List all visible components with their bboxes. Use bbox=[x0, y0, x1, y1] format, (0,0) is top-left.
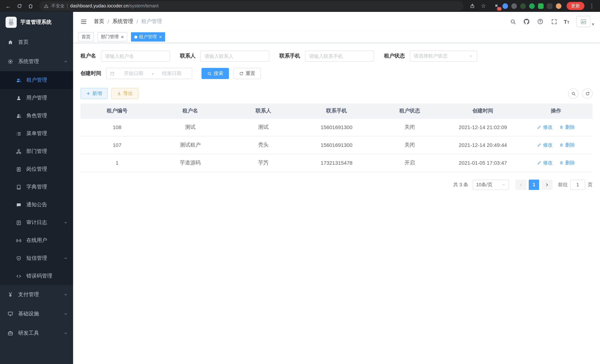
extension-icon-puzzle-dark[interactable] bbox=[547, 3, 553, 9]
breadcrumb-system[interactable]: 系统管理 bbox=[112, 18, 133, 25]
contact-input[interactable] bbox=[200, 50, 269, 62]
screen: ← 不安全 dashboard.yudao.iocoder.cn/system/… bbox=[0, 0, 600, 364]
breadcrumb-home[interactable]: 首页 bbox=[94, 18, 104, 25]
sidebar-item-auditlog[interactable]: 审计日志 bbox=[0, 214, 73, 232]
edit-button[interactable]: 修改 bbox=[537, 142, 553, 149]
extensions-area: 10 bbox=[489, 3, 564, 9]
tenant-name-input[interactable] bbox=[101, 50, 170, 62]
tag-tenant[interactable]: 租户管理 × bbox=[131, 32, 165, 42]
search-icon[interactable] bbox=[509, 18, 517, 26]
extension-icon-blue[interactable] bbox=[502, 3, 508, 9]
security-warning-icon[interactable] bbox=[44, 3, 49, 8]
cell-tenant-name: 测试 bbox=[154, 118, 227, 136]
sidebar-item-errorcode[interactable]: 错误码管理 bbox=[0, 267, 73, 285]
update-button[interactable]: 更新 bbox=[567, 2, 584, 10]
extension-icon-green-chat[interactable] bbox=[538, 3, 544, 9]
cell-mobile: 15601691300 bbox=[300, 118, 373, 136]
sidebar-item-notice[interactable]: 通知公告 bbox=[0, 196, 73, 214]
delete-button[interactable]: 删除 bbox=[559, 159, 575, 166]
search-button[interactable]: 搜索 bbox=[201, 68, 229, 79]
prev-page-button[interactable] bbox=[516, 179, 526, 190]
help-icon[interactable] bbox=[536, 18, 544, 26]
address-bar[interactable]: 不安全 dashboard.yudao.iocoder.cn/system/te… bbox=[39, 1, 463, 11]
extension-pin-icon[interactable]: 10 bbox=[492, 3, 499, 9]
toggle-search-button[interactable] bbox=[568, 88, 579, 99]
cell-contact: 测试 bbox=[227, 118, 300, 136]
sidebar-item-system[interactable]: 系统管理 bbox=[0, 52, 73, 71]
font-size-icon[interactable]: TT bbox=[564, 19, 569, 24]
chevron-up-icon bbox=[64, 59, 68, 64]
sidebar-item-sms[interactable]: 短信管理 bbox=[0, 249, 73, 267]
extension-icon-green-circle[interactable] bbox=[529, 3, 535, 9]
tag-home[interactable]: 首页 bbox=[78, 32, 94, 42]
sidebar-item-label: 审计日志 bbox=[26, 219, 61, 226]
close-icon[interactable]: × bbox=[159, 35, 162, 39]
sms-shield-icon bbox=[16, 255, 21, 261]
tag-label: 租户管理 bbox=[139, 34, 157, 40]
sidebar-item-dict[interactable]: 字典管理 bbox=[0, 178, 73, 196]
security-label[interactable]: 不安全 bbox=[51, 3, 65, 9]
sidebar-item-role[interactable]: 角色管理 bbox=[0, 107, 73, 125]
logo-row[interactable]: 芋道管理系统 bbox=[0, 12, 73, 33]
date-end-placeholder[interactable]: 结束日期 bbox=[155, 70, 188, 77]
sidebar-item-menu[interactable]: 菜单管理 bbox=[0, 125, 73, 142]
add-button[interactable]: 新增 bbox=[81, 88, 108, 99]
extension-icon-tan-face[interactable] bbox=[556, 3, 562, 9]
tag-dept[interactable]: 部门管理 × bbox=[98, 32, 127, 42]
delete-button[interactable]: 删除 bbox=[559, 142, 575, 149]
sidebar-item-dept[interactable]: 部门管理 bbox=[0, 142, 73, 160]
date-range-picker[interactable]: 开始日期 - 结束日期 bbox=[106, 68, 192, 79]
cell-tenant-id: 1 bbox=[81, 154, 154, 172]
chevron-down-icon bbox=[64, 220, 68, 225]
mobile-input[interactable] bbox=[305, 50, 374, 62]
code-icon bbox=[16, 273, 21, 279]
extension-icon-darkgreen[interactable] bbox=[520, 3, 526, 9]
github-icon[interactable] bbox=[523, 18, 531, 26]
caret-down-icon[interactable]: ▾ bbox=[592, 22, 594, 27]
close-icon[interactable]: × bbox=[121, 35, 124, 39]
sidebar: 芋道管理系统 首页 系统管理 租户管理 用户管理 bbox=[0, 12, 73, 364]
sidebar-item-label: 基础设施 bbox=[18, 311, 61, 317]
browser-reload-icon[interactable] bbox=[14, 1, 25, 11]
browser-menu-icon[interactable]: ⋮ bbox=[587, 1, 597, 11]
sidebar-item-online[interactable]: 在线用户 bbox=[0, 232, 73, 249]
browser-home-icon[interactable] bbox=[25, 1, 36, 11]
page-size-select[interactable]: 10条/页 bbox=[473, 179, 509, 190]
sidebar-item-devtool[interactable]: 研发工具 bbox=[0, 324, 73, 343]
share-icon[interactable] bbox=[467, 1, 478, 11]
sidebar-toggle-icon[interactable] bbox=[79, 17, 88, 26]
sidebar-item-post[interactable]: 岗位管理 bbox=[0, 160, 73, 178]
date-start-placeholder[interactable]: 开始日期 bbox=[117, 70, 150, 77]
next-page-button[interactable] bbox=[541, 179, 553, 190]
cell-status: 开启 bbox=[373, 154, 446, 172]
user-avatar[interactable] bbox=[576, 16, 591, 27]
page-content: 租户名 联系人 联系手机 租户状态 请选择租户状态 bbox=[73, 43, 600, 364]
reset-button[interactable]: 重置 bbox=[233, 68, 261, 79]
status-select[interactable]: 请选择租户状态 bbox=[410, 50, 477, 62]
page-number-button[interactable]: 1 bbox=[529, 179, 539, 190]
edit-button[interactable]: 修改 bbox=[537, 124, 553, 131]
goto-page-input[interactable] bbox=[570, 179, 585, 190]
sidebar-item-user[interactable]: 用户管理 bbox=[0, 89, 73, 107]
sidebar-item-tenant[interactable]: 租户管理 bbox=[0, 71, 73, 89]
cell-tenant-id: 107 bbox=[81, 136, 154, 154]
post-badge-icon bbox=[16, 166, 21, 172]
delete-button[interactable]: 删除 bbox=[559, 124, 575, 131]
export-button[interactable]: 导出 bbox=[111, 88, 138, 99]
gear-icon bbox=[7, 59, 13, 65]
sidebar-item-infra[interactable]: 基础设施 bbox=[0, 304, 73, 324]
cell-created: 2021-01-05 17:03:47 bbox=[446, 154, 519, 172]
sidebar-item-home[interactable]: 首页 bbox=[0, 33, 73, 52]
yen-icon bbox=[7, 292, 13, 298]
extension-badge: 10 bbox=[497, 7, 502, 11]
sidebar-item-pay[interactable]: 支付管理 bbox=[0, 285, 73, 304]
chevron-down-icon bbox=[64, 331, 68, 336]
trash-icon bbox=[559, 125, 564, 130]
extension-icon-dark[interactable] bbox=[511, 3, 517, 9]
refresh-table-button[interactable] bbox=[582, 88, 593, 99]
browser-back-icon[interactable]: ← bbox=[3, 1, 13, 11]
bookmark-star-icon[interactable]: ☆ bbox=[478, 1, 489, 11]
edit-button[interactable]: 修改 bbox=[537, 159, 553, 166]
main-area: 首页 / 系统管理 / 租户管理 TT ▾ bbox=[73, 12, 600, 364]
fullscreen-icon[interactable] bbox=[550, 18, 558, 26]
